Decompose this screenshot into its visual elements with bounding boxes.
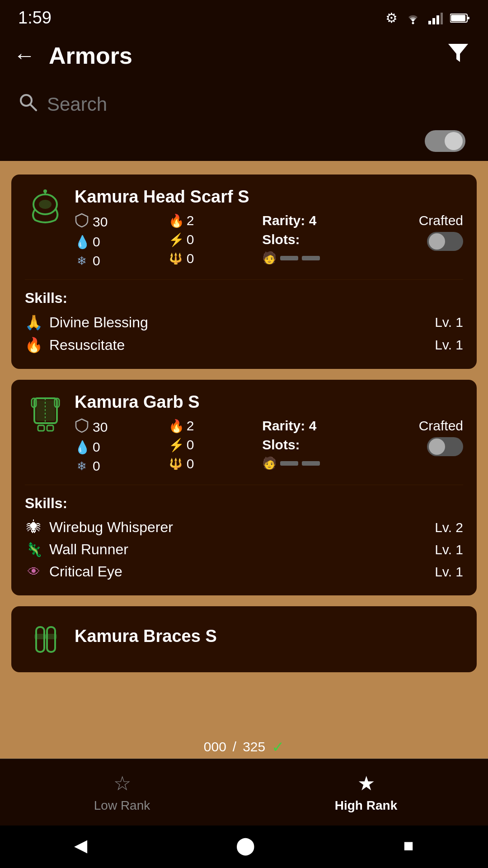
fire-icon-1: 🔥 [169, 213, 183, 228]
braces-icon [25, 619, 66, 660]
crafted-toggle-2[interactable] [427, 437, 463, 456]
garb-icon [25, 392, 66, 433]
toggle-switch[interactable] [425, 130, 465, 152]
water-icon-1: 💧 [75, 235, 89, 250]
progress-separator: / [233, 739, 236, 755]
critical-eye-name: Critical Eye [49, 563, 122, 580]
progress-current: 000 [204, 739, 226, 755]
stats-col-left-2: 30 💧 0 ❄ 0 [75, 418, 164, 474]
settings-icon: ⚙ [385, 10, 398, 26]
dragon-stat-1: 🔱 0 [169, 251, 258, 266]
skills-section-2: Skills: 🕷 Wirebug Whisperer Lv. 2 🦎 Wall… [25, 495, 463, 583]
armor-card-braces[interactable]: Kamura Braces S [11, 606, 477, 672]
tab-low-rank[interactable]: ☆ Low Rank [0, 759, 244, 826]
wall-runner-name: Wall Runner [49, 541, 128, 558]
stats-crafted-col-2: Crafted [374, 418, 463, 456]
back-button[interactable]: ← [14, 43, 35, 68]
svg-marker-8 [448, 44, 468, 62]
search-icon [18, 92, 38, 117]
svg-point-12 [39, 200, 52, 209]
fire-value-2: 2 [187, 418, 205, 434]
status-time: 1:59 [18, 8, 52, 28]
crafted-label-1: Crafted [419, 213, 463, 228]
stats-rarity-col-1: Rarity: 4 Slots: 🧑 [262, 213, 369, 265]
skill-left-5: 👁 Critical Eye [25, 563, 122, 580]
defense-icon-2 [75, 418, 89, 436]
back-system-button[interactable]: ◀ [74, 835, 87, 855]
progress-row: 000 / 325 ✓ [14, 738, 474, 756]
svg-rect-22 [36, 627, 44, 652]
skill-left-4: 🦎 Wall Runner [25, 541, 128, 558]
ice-value-1: 0 [93, 253, 111, 269]
resuscitate-level: Lv. 1 [435, 337, 463, 353]
fire-stat-1: 🔥 2 [169, 213, 258, 228]
defense-stat-1: 30 [75, 213, 164, 231]
fire-icon-2: 🔥 [169, 419, 183, 434]
top-bar: ← Armors [0, 32, 488, 79]
thunder-stat-2: ⚡ 0 [169, 437, 258, 453]
progress-checkmark: ✓ [272, 738, 284, 756]
high-rank-star: ★ [357, 772, 375, 795]
wifi-icon [405, 12, 421, 24]
signal-icon [428, 12, 443, 24]
search-input[interactable] [47, 94, 470, 115]
rarity-label-2: Rarity: [262, 418, 305, 433]
card-title-area-1: Kamura Head Scarf S 30 [75, 187, 463, 269]
skill-item-wall-runner: 🦎 Wall Runner Lv. 1 [25, 538, 463, 561]
stats-col-left-1: 30 💧 0 ❄ 0 [75, 213, 164, 269]
thunder-stat-1: ⚡ 0 [169, 232, 258, 247]
home-system-button[interactable]: ⬤ [236, 835, 255, 855]
slot-bar-4 [302, 461, 320, 466]
battery-icon [450, 13, 470, 24]
thunder-icon-1: ⚡ [169, 232, 183, 247]
search-container [0, 79, 488, 126]
thunder-icon-2: ⚡ [169, 438, 183, 453]
armor-card-head-scarf[interactable]: Kamura Head Scarf S 30 [11, 175, 477, 369]
progress-total: 325 [243, 739, 265, 755]
slots-icons-2: 🧑 [262, 456, 369, 470]
filter-button[interactable] [446, 41, 470, 70]
water-value-2: 0 [93, 439, 111, 455]
defense-value-1: 30 [93, 214, 111, 230]
skill-item-resuscitate: 🔥 Resuscitate Lv. 1 [25, 334, 463, 356]
braces-info: Kamura Braces S [75, 627, 463, 652]
low-rank-label: Low Rank [94, 798, 150, 813]
tab-high-rank[interactable]: ★ High Rank [244, 759, 488, 826]
recent-system-button[interactable]: ■ [404, 836, 414, 855]
braces-name: Kamura Braces S [75, 627, 463, 646]
wirebug-name: Wirebug Whisperer [49, 519, 173, 536]
critical-eye-icon: 👁 [25, 564, 43, 579]
high-rank-label: High Rank [335, 798, 397, 813]
rarity-2: Rarity: 4 [262, 418, 369, 434]
divine-blessing-level: Lv. 1 [435, 315, 463, 330]
ice-icon-2: ❄ [75, 459, 89, 473]
slots-icons-1: 🧑 [262, 251, 369, 265]
fire-value-1: 2 [187, 213, 205, 228]
resuscitate-name: Resuscitate [49, 337, 125, 354]
rarity-value-2: 4 [309, 418, 317, 433]
wirebug-icon: 🕷 [25, 519, 43, 536]
low-rank-star: ☆ [113, 772, 131, 795]
dragon-icon-2: 🔱 [169, 458, 183, 470]
svg-rect-2 [432, 18, 435, 24]
card-header-2: Kamura Garb S 30 💧 [25, 392, 463, 474]
ice-value-2: 0 [93, 458, 111, 474]
skill-item-critical-eye: 👁 Critical Eye Lv. 1 [25, 561, 463, 583]
divine-blessing-icon: 🙏 [25, 314, 43, 331]
fire-stat-2: 🔥 2 [169, 418, 258, 434]
wirebug-level: Lv. 2 [435, 520, 463, 535]
rarity-1: Rarity: 4 [262, 213, 369, 228]
svg-rect-23 [47, 627, 55, 652]
svg-rect-7 [468, 17, 469, 19]
wall-runner-level: Lv. 1 [435, 542, 463, 557]
dragon-value-1: 0 [187, 251, 205, 266]
svg-rect-6 [451, 15, 465, 21]
head-scarf-icon [25, 187, 66, 228]
armor-card-garb[interactable]: Kamura Garb S 30 💧 [11, 380, 477, 595]
divine-blessing-name: Divine Blessing [49, 314, 148, 331]
stats-col-mid-2: 🔥 2 ⚡ 0 🔱 0 [169, 418, 258, 472]
svg-rect-25 [45, 634, 57, 639]
stats-col-mid-1: 🔥 2 ⚡ 0 🔱 0 [169, 213, 258, 266]
crafted-toggle-1[interactable] [427, 232, 463, 251]
rarity-value-1: 4 [309, 213, 317, 228]
